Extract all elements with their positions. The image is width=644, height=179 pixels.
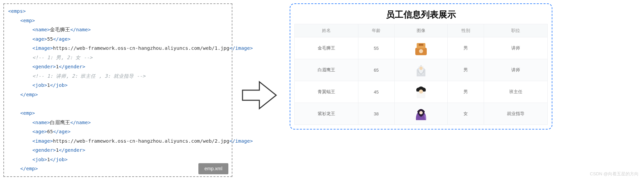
xml-comment: <!-- 1: 讲师, 2: 班主任 , 3: 就业指导 --> [8,72,146,81]
cell-gender: 男 [448,37,484,59]
xml-tag: </emp> [20,92,38,97]
xml-value: 55 [47,36,53,42]
xml-tag: </image> [229,138,253,144]
xml-tag: </age> [53,129,70,134]
xml-tag: </image> [229,45,253,51]
xml-tag: <job> [32,82,47,88]
xml-tag: </gender> [59,147,86,153]
xml-value: https://web-framework.oss-cn-hangzhou.al… [53,45,229,51]
cell-job: 就业指导 [484,103,548,125]
xml-tag: <emp> [20,110,35,116]
cell-avatar [394,81,448,103]
col-job: 职位 [484,24,548,37]
cell-gender: 男 [448,81,484,103]
xml-value: 金毛狮王 [50,27,70,32]
xml-tag: <job> [32,157,47,162]
xml-value: https://web-framework.oss-cn-hangzhou.al… [53,138,229,144]
col-avatar: 图像 [394,24,448,37]
table-row: 白眉鹰王65男讲师 [295,59,548,81]
xml-tag: <age> [32,129,47,134]
xml-value: 1 [56,147,59,153]
xml-tag: <name> [32,27,50,32]
table-row: 青翼蝠王45男班主任 [295,81,548,103]
avatar-icon [414,107,428,121]
cell-gender: 男 [448,59,484,81]
xml-tag: </job> [50,82,67,88]
table-header-row: 姓名 年龄 图像 性别 职位 [295,24,548,37]
avatar-icon [414,85,428,99]
cell-job: 班主任 [484,81,548,103]
table-title: 员工信息列表展示 [294,9,548,21]
xml-tag: </name> [70,27,91,32]
col-gender: 性别 [448,24,484,37]
cell-name: 青翼蝠王 [295,81,358,103]
cell-age: 55 [358,37,394,59]
cell-age: 65 [358,59,394,81]
xml-tag: <gender> [32,64,56,69]
xml-value: 1 [56,64,59,69]
xml-tag: <emps> [8,8,26,14]
xml-tag: </emp> [20,166,38,171]
xml-tag: <gender> [32,147,56,153]
cell-name: 金毛狮王 [295,37,358,59]
avatar-icon [414,63,428,77]
xml-tag: </age> [53,36,70,42]
xml-tag: <age> [32,36,47,42]
table-row: 紫衫龙王38女就业指导 [295,103,548,125]
cell-age: 45 [358,81,394,103]
cell-avatar [394,103,448,125]
cell-job: 讲师 [484,37,548,59]
xml-value: 65 [47,129,53,134]
xml-tag: </gender> [59,64,86,69]
xml-filename-label: emp.xml [198,163,228,174]
xml-tag: <name> [32,120,50,125]
xml-tag: </name> [70,120,91,125]
cell-name: 紫衫龙王 [295,103,358,125]
cell-avatar [394,59,448,81]
cell-job: 讲师 [484,59,548,81]
col-age: 年龄 [358,24,394,37]
xml-source-panel: <emps> <emp> <name>金毛狮王</name> <age>55</… [3,3,232,177]
xml-value: 白眉鹰王 [50,120,70,125]
xml-comment: <!-- 1: 男, 2: 女 --> [8,53,92,63]
xml-tag: <image> [32,138,53,144]
xml-tag: <emp> [20,18,35,23]
cell-name: 白眉鹰王 [295,59,358,81]
watermark-text: CSDN @向着五星的方向 [590,171,639,177]
cell-gender: 女 [448,103,484,125]
cell-age: 38 [358,103,394,125]
xml-tag: </job> [50,157,67,162]
xml-tag: <image> [32,45,53,51]
employee-table-panel: 员工信息列表展示 姓名 年龄 图像 性别 职位 金毛狮王55男讲师白眉鹰王65男… [290,3,552,130]
table-row: 金毛狮王55男讲师 [295,37,548,59]
employee-table: 姓名 年龄 图像 性别 职位 金毛狮王55男讲师白眉鹰王65男讲师青翼蝠王45男… [294,24,548,125]
cell-avatar [394,37,448,59]
avatar-icon [414,41,428,55]
col-name: 姓名 [295,24,358,37]
arrow-icon [239,68,280,112]
